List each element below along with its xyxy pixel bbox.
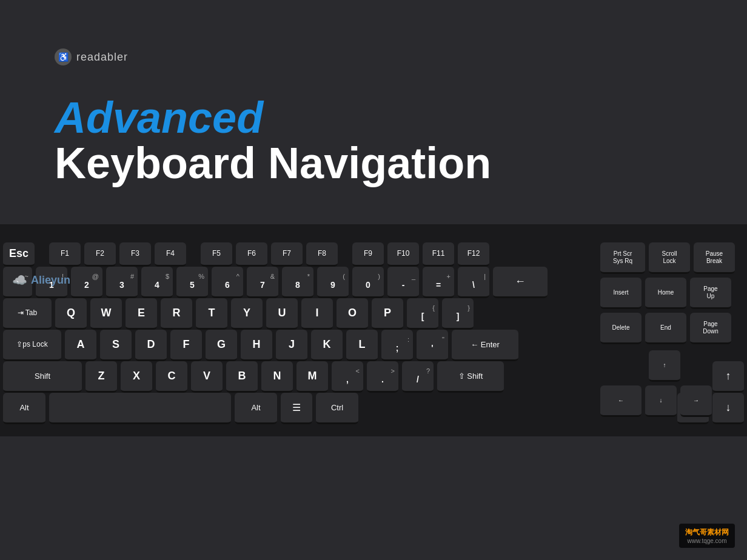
cloud-icon: ☁️ [12, 273, 27, 287]
title-advanced: Advanced Keyboard Navigation [55, 96, 491, 187]
key-spacebar[interactable] [49, 393, 231, 424]
key-o[interactable]: O [337, 298, 368, 330]
key-slash[interactable]: ?/ [402, 361, 434, 393]
key-end[interactable]: End [645, 313, 686, 344]
right-row-1: Prt ScrSys Rq ScrollLock PauseBreak [600, 242, 735, 274]
key-f5[interactable]: F5 [201, 242, 232, 267]
key-open-bracket[interactable]: {[ [407, 298, 438, 330]
key-g[interactable]: G [206, 330, 237, 361]
key-e[interactable]: E [126, 298, 157, 330]
key-0[interactable]: )0 [352, 267, 384, 298]
logo-row: ♿ readabler [55, 48, 491, 65]
key-alt-right[interactable]: Alt [235, 393, 277, 424]
key-right-arrow-up[interactable]: ↑ [649, 350, 680, 382]
key-c[interactable]: C [156, 361, 187, 393]
key-caps-lock[interactable]: ⇪ps Lock [3, 330, 61, 361]
key-equals[interactable]: += [423, 267, 454, 298]
key-w[interactable]: W [90, 298, 122, 330]
key-f6[interactable]: F6 [236, 242, 267, 267]
key-p[interactable]: P [372, 298, 403, 330]
key-quote[interactable]: "' [417, 330, 448, 361]
key-scroll-lock[interactable]: ScrollLock [649, 242, 690, 274]
key-v[interactable]: V [191, 361, 223, 393]
key-f[interactable]: F [170, 330, 202, 361]
key-shift-right[interactable]: ⇧ Shift [437, 361, 504, 393]
key-minus[interactable]: _- [387, 267, 419, 298]
logo-text: readabler [76, 51, 128, 64]
key-backslash[interactable]: |\ [458, 267, 489, 298]
spacer [600, 350, 645, 382]
key-insert[interactable]: Insert [600, 278, 641, 309]
key-f3[interactable]: F3 [119, 242, 151, 267]
watermark-site: www.tqge.com [685, 538, 729, 544]
key-f9[interactable]: F9 [352, 242, 384, 267]
key-h[interactable]: H [241, 330, 272, 361]
key-f12[interactable]: F12 [458, 242, 489, 267]
alieyun-watermark: ☁️ Alieyun [12, 273, 70, 287]
key-6[interactable]: ^6 [212, 267, 243, 298]
key-4[interactable]: $4 [141, 267, 173, 298]
key-m[interactable]: M [296, 361, 328, 393]
right-row-3: Delete End PageDown [600, 313, 735, 344]
key-semicolon[interactable]: :; [381, 330, 413, 361]
key-menu[interactable]: ☰ [281, 393, 312, 424]
key-l[interactable]: L [346, 330, 378, 361]
right-cluster: Prt ScrSys Rq ScrollLock PauseBreak Inse… [600, 242, 735, 417]
title-line1: Advanced [55, 96, 491, 139]
key-n[interactable]: N [261, 361, 293, 393]
key-right-arrow-left[interactable]: ← [600, 385, 641, 417]
key-esc[interactable]: Esc [3, 242, 35, 267]
key-8[interactable]: *8 [282, 267, 313, 298]
key-7[interactable]: &7 [247, 267, 278, 298]
key-f11[interactable]: F11 [423, 242, 454, 267]
key-alt-left[interactable]: Alt [3, 393, 45, 424]
key-enter[interactable]: ← Enter [452, 330, 518, 361]
key-tab[interactable]: ⇥Tab [3, 298, 52, 330]
key-i[interactable]: I [301, 298, 333, 330]
key-s[interactable]: S [100, 330, 132, 361]
key-period[interactable]: >. [367, 361, 398, 393]
key-f10[interactable]: F10 [387, 242, 419, 267]
key-delete[interactable]: Delete [600, 313, 641, 344]
key-x[interactable]: X [121, 361, 152, 393]
key-f7[interactable]: F7 [271, 242, 303, 267]
accessibility-icon: ♿ [55, 48, 72, 65]
key-pause[interactable]: PauseBreak [694, 242, 735, 274]
key-f4[interactable]: F4 [155, 242, 186, 267]
key-y[interactable]: Y [231, 298, 263, 330]
key-t[interactable]: T [196, 298, 227, 330]
key-a[interactable]: A [65, 330, 96, 361]
key-shift-left[interactable]: Shift [3, 361, 82, 393]
key-3[interactable]: #3 [106, 267, 138, 298]
key-r[interactable]: R [161, 298, 192, 330]
key-f8[interactable]: F8 [306, 242, 338, 267]
key-u[interactable]: U [266, 298, 298, 330]
key-prt-scr[interactable]: Prt ScrSys Rq [600, 242, 645, 274]
key-b[interactable]: B [226, 361, 258, 393]
key-home[interactable]: Home [645, 278, 686, 309]
key-f2[interactable]: F2 [84, 242, 116, 267]
key-backspace[interactable]: ← [493, 267, 548, 298]
key-d[interactable]: D [135, 330, 167, 361]
key-f1[interactable]: F1 [49, 242, 81, 267]
key-comma[interactable]: <, [332, 361, 363, 393]
key-k[interactable]: K [311, 330, 343, 361]
alieyun-text: Alieyun [31, 274, 70, 287]
key-q[interactable]: Q [55, 298, 87, 330]
header-section: ♿ readabler Advanced Keyboard Navigation [55, 48, 491, 187]
key-j[interactable]: J [276, 330, 307, 361]
key-page-down[interactable]: PageDown [690, 313, 731, 344]
key-2[interactable]: @2 [71, 267, 102, 298]
key-right-arrow-down[interactable]: ↓ [645, 385, 677, 417]
right-arrows: ↑ [600, 350, 735, 382]
key-9[interactable]: (9 [317, 267, 349, 298]
key-right-arrow-right[interactable]: → [680, 385, 712, 417]
right-row-2: Insert Home PageUp [600, 278, 735, 309]
title-line2: Keyboard Navigation [55, 139, 491, 187]
key-ctrl-right[interactable]: Ctrl [316, 393, 358, 424]
right-arrows-2: ← ↓ → [600, 385, 735, 417]
key-page-up[interactable]: PageUp [690, 278, 731, 309]
key-close-bracket[interactable]: }] [442, 298, 474, 330]
key-z[interactable]: Z [85, 361, 117, 393]
key-5[interactable]: %5 [176, 267, 208, 298]
